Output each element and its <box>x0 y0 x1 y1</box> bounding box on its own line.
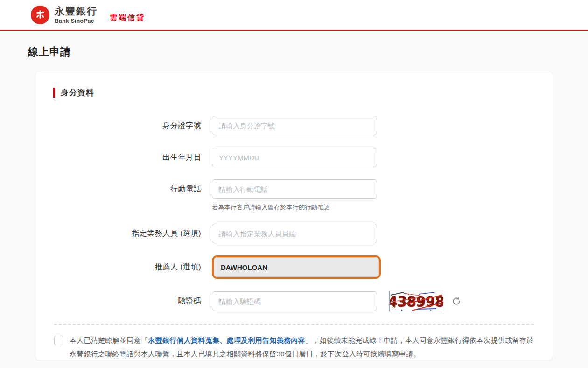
agreement-row: 本人已清楚瞭解並同意「永豐銀行個人資料蒐集、處理及利用告知義務內容」，如後續未能… <box>53 334 535 361</box>
mobile-helper-text: 若為本行客戶請輸入留存於本行的行動電話 <box>212 203 377 212</box>
mobile-field-column: 若為本行客戶請輸入留存於本行的行動電話 <box>212 179 377 212</box>
bank-logo-icon <box>31 6 49 24</box>
form-row-captcha: 驗證碼 438998 <box>53 291 535 311</box>
captcha-refresh-button[interactable] <box>450 295 462 307</box>
identity-form: 身分證字號 出生年月日 行動電話 若為本行客戶請輸入留存於本行的行動電話 指定業… <box>53 116 535 311</box>
mobile-input[interactable] <box>212 179 377 199</box>
sales-agent-input[interactable] <box>212 224 377 243</box>
referrer-input[interactable] <box>214 257 379 277</box>
refresh-icon <box>451 296 462 306</box>
bank-name-block: 永豐銀行 Bank SinoPac <box>55 6 98 24</box>
section-title-text: 身分資料 <box>61 87 94 98</box>
form-row-national-id: 身分證字號 <box>53 116 535 135</box>
section-title-accent-bar <box>53 88 55 98</box>
referrer-label: 推薦人 (選填) <box>53 262 212 272</box>
agreement-text: 本人已清楚瞭解並同意「永豐銀行個人資料蒐集、處理及利用告知義務內容」，如後續未能… <box>70 334 534 361</box>
form-row-mobile: 行動電話 若為本行客戶請輸入留存於本行的行動電話 <box>53 179 535 212</box>
agreement-privacy-link[interactable]: 永豐銀行個人資料蒐集、處理及利用告知義務內容 <box>148 336 305 344</box>
bank-name-zh: 永豐銀行 <box>55 6 98 16</box>
captcha-code-text: 438998 <box>389 293 443 310</box>
section-divider <box>54 324 534 325</box>
page-title: 線上申請 <box>28 45 560 59</box>
sales-agent-label: 指定業務人員 (選填) <box>53 229 212 239</box>
referrer-highlight-annotation <box>212 255 381 279</box>
agreement-checkbox[interactable] <box>54 336 63 345</box>
form-row-referrer: 推薦人 (選填) <box>53 255 535 279</box>
captcha-group: 438998 <box>212 291 462 311</box>
main-content: 線上申請 身分資料 身分證字號 出生年月日 行動電話 若為本行客戶請輸入 <box>0 45 588 361</box>
agreement-text-prefix: 本人已清楚瞭解並同意「 <box>70 336 148 344</box>
identity-form-card: 身分資料 身分證字號 出生年月日 行動電話 若為本行客戶請輸入留存於本行的行動電… <box>35 71 553 361</box>
section-title: 身分資料 <box>53 87 535 98</box>
form-row-sales-agent: 指定業務人員 (選填) <box>53 224 535 243</box>
bank-logo[interactable]: 永豐銀行 Bank SinoPac <box>31 6 98 24</box>
national-id-label: 身分證字號 <box>53 121 212 131</box>
birthdate-input[interactable] <box>212 148 377 167</box>
captcha-label: 驗證碼 <box>53 297 212 306</box>
bank-name-en: Bank SinoPac <box>55 18 98 24</box>
national-id-input[interactable] <box>212 116 377 135</box>
mobile-label: 行動電話 <box>53 179 212 199</box>
birthdate-label: 出生年月日 <box>53 153 212 163</box>
form-row-birthdate: 出生年月日 <box>53 148 535 167</box>
captcha-image: 438998 <box>389 291 443 311</box>
captcha-input[interactable] <box>212 291 377 311</box>
product-name: 雲端信貸 <box>110 13 145 23</box>
app-header: 永豐銀行 Bank SinoPac 雲端信貸 <box>0 0 588 31</box>
